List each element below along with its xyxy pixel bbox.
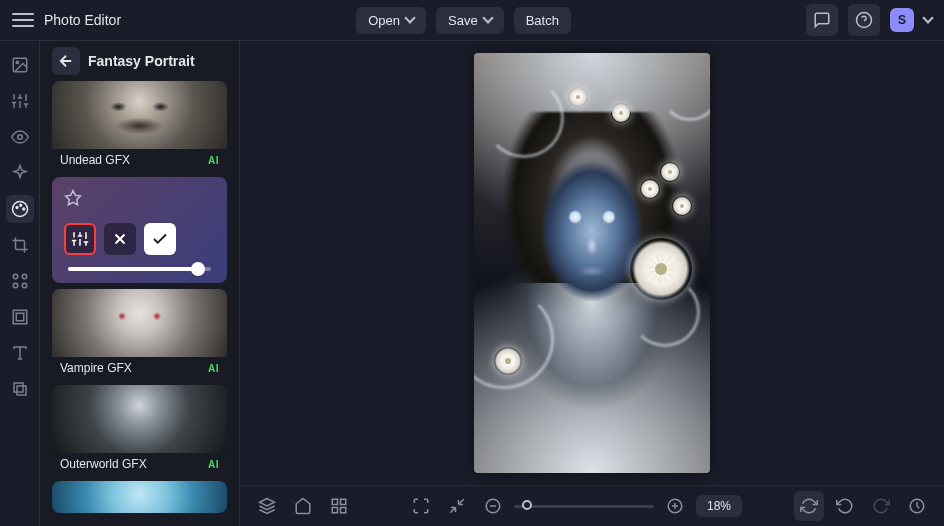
- svg-rect-44: [332, 508, 337, 513]
- svg-rect-23: [16, 313, 24, 321]
- fullscreen-icon[interactable]: [406, 491, 436, 521]
- panel-title: Fantasy Portrait: [88, 53, 195, 69]
- favorite-star-icon[interactable]: [64, 189, 215, 211]
- svg-rect-41: [332, 499, 337, 504]
- effect-cancel-button[interactable]: [104, 223, 136, 255]
- save-button[interactable]: Save: [436, 7, 504, 34]
- open-label: Open: [368, 13, 400, 28]
- svg-point-18: [13, 274, 18, 279]
- tool-crop-icon[interactable]: [6, 231, 34, 259]
- zoom-in-icon[interactable]: [660, 491, 690, 521]
- tool-overlay-icon[interactable]: [6, 375, 34, 403]
- effect-preview: [52, 385, 227, 453]
- app-title: Photo Editor: [44, 12, 121, 28]
- zoom-percentage[interactable]: 18%: [696, 495, 742, 517]
- slider-thumb[interactable]: [191, 262, 205, 276]
- tool-adjust-icon[interactable]: [6, 87, 34, 115]
- svg-rect-27: [17, 386, 26, 395]
- zoom-thumb[interactable]: [522, 500, 532, 510]
- tool-palette-icon[interactable]: [6, 195, 34, 223]
- ai-badge: AI: [208, 459, 219, 470]
- save-label: Save: [448, 13, 478, 28]
- export-icon[interactable]: [288, 491, 318, 521]
- ai-badge: AI: [208, 363, 219, 374]
- chevron-down-icon: [482, 12, 493, 23]
- zoom-out-icon[interactable]: [478, 491, 508, 521]
- effect-confirm-button[interactable]: [144, 223, 176, 255]
- undo-icon[interactable]: [830, 491, 860, 521]
- back-button[interactable]: [52, 47, 80, 75]
- svg-rect-22: [13, 310, 27, 324]
- history-icon[interactable]: [902, 491, 932, 521]
- svg-point-21: [22, 283, 27, 288]
- tool-eye-icon[interactable]: [6, 123, 34, 151]
- chevron-down-icon: [404, 12, 415, 23]
- svg-marker-28: [66, 191, 81, 205]
- svg-point-13: [17, 135, 22, 140]
- user-avatar[interactable]: S: [890, 8, 914, 32]
- svg-point-15: [16, 207, 18, 209]
- svg-rect-26: [14, 383, 23, 392]
- effect-card-undead[interactable]: Undead GFXAI: [52, 81, 227, 171]
- effect-label: Vampire GFX: [60, 361, 132, 375]
- effect-label: Outerworld GFX: [60, 457, 147, 471]
- grid-icon[interactable]: [324, 491, 354, 521]
- svg-point-16: [19, 204, 21, 206]
- tool-frame-icon[interactable]: [6, 303, 34, 331]
- help-icon[interactable]: [848, 4, 880, 36]
- svg-rect-43: [341, 508, 346, 513]
- effect-card-vampire[interactable]: Vampire GFXAI: [52, 289, 227, 379]
- effect-settings-button[interactable]: [64, 223, 96, 255]
- avatar-chevron-icon[interactable]: [922, 12, 933, 23]
- redo-icon[interactable]: [866, 491, 896, 521]
- effect-active-panel: [52, 177, 227, 283]
- tool-shapes-icon[interactable]: [6, 267, 34, 295]
- svg-point-17: [22, 208, 24, 210]
- effect-preview: [52, 481, 227, 513]
- tool-image-icon[interactable]: [6, 51, 34, 79]
- svg-point-19: [22, 274, 27, 279]
- fit-screen-icon[interactable]: [442, 491, 472, 521]
- canvas-viewport[interactable]: [240, 41, 944, 485]
- effect-preview: [52, 289, 227, 357]
- svg-point-3: [16, 61, 18, 63]
- svg-point-20: [13, 283, 18, 288]
- hamburger-menu-icon[interactable]: [12, 9, 34, 31]
- open-button[interactable]: Open: [356, 7, 426, 34]
- canvas-image: [474, 53, 710, 473]
- svg-rect-42: [341, 499, 346, 504]
- effect-preview: [52, 81, 227, 149]
- zoom-slider[interactable]: [514, 505, 654, 508]
- effect-card-partial[interactable]: [52, 481, 227, 513]
- svg-marker-40: [260, 499, 275, 507]
- effect-label: Undead GFX: [60, 153, 130, 167]
- batch-button[interactable]: Batch: [514, 7, 571, 34]
- chat-icon[interactable]: [806, 4, 838, 36]
- layers-icon[interactable]: [252, 491, 282, 521]
- compare-icon[interactable]: [794, 491, 824, 521]
- tool-text-icon[interactable]: [6, 339, 34, 367]
- tool-sparkle-icon[interactable]: [6, 159, 34, 187]
- ai-badge: AI: [208, 155, 219, 166]
- effect-intensity-slider[interactable]: [68, 267, 211, 271]
- effect-card-outerworld[interactable]: Outerworld GFXAI: [52, 385, 227, 475]
